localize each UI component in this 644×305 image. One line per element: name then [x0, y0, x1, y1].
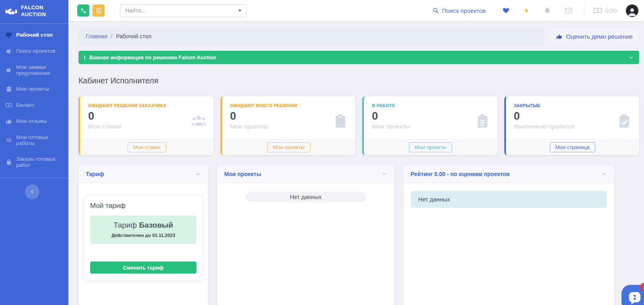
my-projects-panel-title: Мои проекты [224, 171, 261, 177]
clipboard-check-icon [617, 113, 632, 129]
tariff-valid-until: Действителен до 01.11.2023 [93, 233, 193, 238]
stat-card-value: 0 [230, 111, 348, 122]
stat-cards-row: ОЖИДАЮТ РЕШЕНИЯ ЗАКАЗЧИКА 0 Мои ставки М… [78, 96, 639, 155]
tariff-panel: Тариф Мой тариф Тариф Базовый Действител… [78, 165, 208, 305]
my-projects-button[interactable]: Мои проекты [267, 142, 310, 152]
bag-icon [6, 159, 12, 165]
sidebar-item-label: Мои отзывы [16, 118, 47, 124]
tariff-plan-name: Базовый [139, 221, 173, 229]
navbar-divider [584, 5, 584, 16]
phone-button[interactable] [77, 4, 89, 17]
chevron-left-icon [29, 189, 35, 195]
search-select[interactable]: Найти... [120, 4, 247, 17]
tariff-panel-body: Мой тариф Тариф Базовый Действителен до … [78, 183, 208, 293]
users-icon [191, 113, 206, 129]
stat-card-title: ОЖИДАЮТ РЕШЕНИЯ ЗАКАЗЧИКА [88, 103, 206, 108]
sidebar-item-label: Мои готовые работы [16, 134, 63, 146]
sidebar-item-label: Баланс [16, 102, 35, 108]
chat-bubble-icon [627, 290, 642, 305]
sidebar-item-my-reviews[interactable]: Мои отзывы [0, 113, 68, 129]
phone-icon [80, 8, 87, 14]
breadcrumb-home-link[interactable]: Главная [86, 33, 107, 39]
favorites-heart-icon[interactable] [502, 7, 510, 14]
my-tariff-title: Мой тариф [90, 202, 196, 210]
sidebar-collapse-button[interactable] [25, 185, 39, 199]
desktop-icon [6, 32, 12, 38]
no-data-alert: Нет данных [411, 191, 607, 208]
brand[interactable]: FALCONAUCTION [0, 0, 68, 23]
sidebar-item-my-bids[interactable]: Мои заявки/предложения [0, 59, 68, 81]
banner-text: Важная информация по решению Falcon Auct… [89, 54, 216, 60]
sidebar-item-project-search[interactable]: Поиск проектов [0, 43, 68, 59]
navbar-right: Поиск проектов 0.00 [432, 4, 638, 17]
thumbs-up-icon [556, 33, 562, 39]
chevron-down-icon[interactable] [382, 171, 387, 177]
stat-card-footer: Моя страница [506, 139, 640, 155]
sidebar-item-label: Мои проекты [16, 86, 49, 92]
breadcrumb-separator: / [111, 33, 112, 39]
sidebar-divider [0, 23, 68, 24]
balance-amount: 0.00 [605, 7, 617, 14]
clipboard-icon [333, 113, 348, 129]
rating-panel-title: Рейтинг 0.00 - по оценкам проектов [411, 171, 510, 177]
stat-card-in-progress: В РАБОТЕ 0 Мои проекты Мои проекты [362, 96, 497, 155]
tariff-plan-line: Тариф Базовый [93, 221, 193, 230]
my-page-button[interactable]: Моя страница [550, 142, 595, 152]
user-avatar[interactable] [626, 4, 638, 17]
search-projects-link[interactable]: Поиск проектов [432, 7, 486, 14]
stat-card-value: 0 [372, 111, 489, 122]
caret-down-icon [238, 10, 242, 12]
stat-card-title: ЗАКРЫТЫЕ [514, 103, 632, 108]
sidebar-item-dashboard[interactable]: Рабочий стол [0, 27, 68, 43]
change-tariff-button[interactable]: Сменить тариф [90, 261, 196, 274]
chevron-down-icon[interactable] [628, 55, 634, 60]
stat-card-body: ЗАКРЫТЫЕ 0 Выполнено проектов [506, 96, 640, 139]
my-projects-panel-header: Мои проекты [217, 165, 394, 183]
tariff-plan-label: Тариф [114, 221, 137, 229]
notifications-bell-icon[interactable] [544, 7, 551, 14]
sidebar-item-label: Мои заявки/предложения [16, 64, 63, 76]
banknote-icon [593, 6, 602, 15]
my-projects-button[interactable]: Мои проекты [409, 142, 452, 152]
sidebar-item-my-projects[interactable]: Мои проекты [0, 81, 68, 97]
stat-card-closed: ЗАКРЫТЫЕ 0 Выполнено проектов Моя страни… [504, 96, 640, 155]
search-placeholder: Найти... [125, 7, 146, 14]
sidebar: FALCONAUCTION Рабочий стол Поиск проекто… [0, 0, 68, 305]
exclamation-icon: ! [84, 54, 86, 61]
tariff-plan-box: Тариф Базовый Действителен до 01.11.2023 [90, 216, 196, 244]
stat-card-subtitle: Мои ставки [88, 123, 206, 130]
rate-demo-button[interactable]: Оценить демо решение [550, 27, 639, 45]
sidebar-item-balance[interactable]: Баланс [0, 97, 68, 113]
stat-card-awaiting-customer: ОЖИДАЮТ РЕШЕНИЯ ЗАКАЗЧИКА 0 Мои ставки М… [78, 96, 214, 155]
brand-name: FALCONAUCTION [21, 4, 46, 18]
breadcrumb: Главная / Рабочий стол [78, 27, 544, 45]
sidebar-item-label: Поиск проектов [16, 48, 56, 54]
rating-panel: Рейтинг 0.00 - по оценкам проектов Нет д… [403, 165, 614, 305]
sidebar-item-my-finished-works[interactable]: Мои готовые работы [0, 129, 68, 151]
chevron-down-icon[interactable] [195, 171, 201, 177]
stat-card-body: ОЖИДАЮТ МОЕГО РЕШЕНИЯ 0 Мои проекты [222, 96, 356, 139]
breadcrumb-row: Главная / Рабочий стол Оценить демо реше… [78, 27, 639, 45]
stat-card-title: В РАБОТЕ [372, 103, 489, 108]
chevron-down-icon[interactable] [601, 171, 607, 177]
lightning-icon[interactable] [523, 7, 530, 14]
top-navbar: Найти... Поиск проектов 0.00 [68, 0, 644, 21]
sidebar-item-orders-finished-works[interactable]: Заказы готовых работ [0, 151, 68, 173]
stat-card-footer: Мои ставки [80, 139, 214, 155]
my-projects-panel: Мои проекты Нет данных [217, 165, 394, 305]
important-info-banner[interactable]: ! Важная информация по решению Falcon Au… [78, 51, 639, 64]
my-bids-button[interactable]: Мои ставки [128, 142, 166, 152]
stat-card-body: В РАБОТЕ 0 Мои проекты [364, 96, 497, 139]
breadcrumb-current: Рабочий стол [116, 33, 151, 39]
stat-card-title: ОЖИДАЮТ МОЕГО РЕШЕНИЯ [230, 103, 348, 108]
chat-widget-button[interactable]: 2 [621, 285, 644, 305]
stat-card-value: 0 [88, 111, 206, 122]
megaphone-icon [6, 67, 12, 73]
contacts-button[interactable] [93, 4, 105, 17]
stat-card-subtitle: Мои проекты [230, 123, 348, 130]
messages-envelope-icon[interactable] [565, 7, 572, 15]
sidebar-item-label: Заказы готовых работ [16, 156, 63, 168]
no-data-pill: Нет данных [246, 192, 366, 202]
megaphone-icon [6, 48, 12, 54]
balance-indicator[interactable]: 0.00 [593, 6, 617, 15]
